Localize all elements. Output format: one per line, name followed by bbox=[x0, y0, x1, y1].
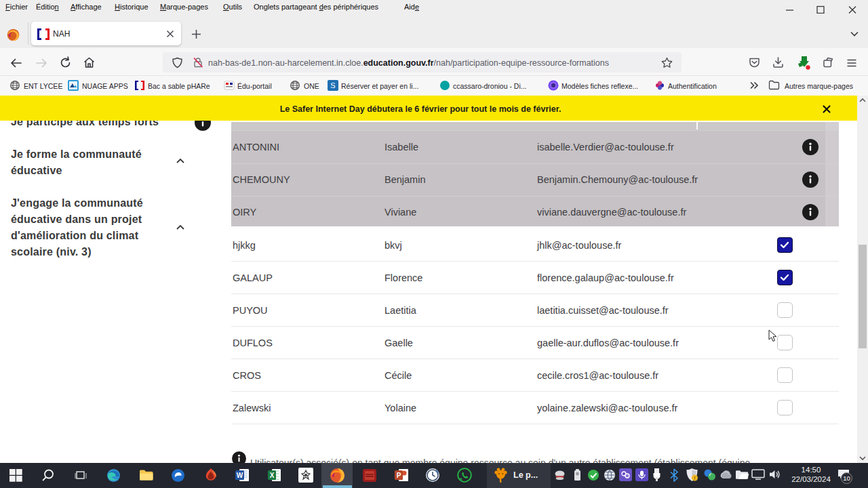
svg-text:X: X bbox=[270, 472, 275, 479]
svg-text:P: P bbox=[397, 472, 401, 479]
svg-text:W: W bbox=[237, 472, 243, 479]
svg-text:!: ! bbox=[694, 476, 695, 481]
svg-text:S: S bbox=[330, 81, 335, 89]
